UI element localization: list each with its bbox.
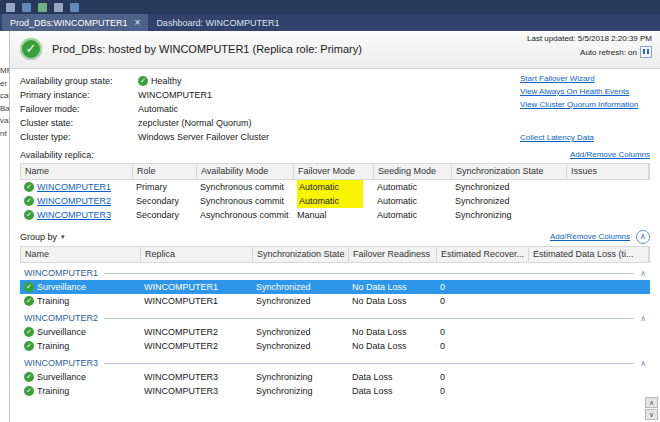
column-header[interactable]: Synchronization State	[253, 247, 349, 262]
summary-label: Failover mode:	[20, 102, 138, 116]
column-header[interactable]: Seeding Mode	[374, 164, 452, 179]
failover-readiness: Data Loss	[348, 370, 436, 384]
synchronization-state: Synchronizing	[451, 208, 566, 222]
close-icon[interactable]: ×	[135, 18, 141, 27]
synchronization-state: Synchronized	[451, 194, 566, 208]
replica-name: WINCOMPUTER1	[140, 294, 252, 308]
database-row[interactable]: ✓ Training WINCOMPUTER3 Synchronizing Da…	[20, 384, 650, 398]
summary-label: Primary instance:	[20, 88, 138, 102]
replica-name: WINCOMPUTER3	[140, 370, 252, 384]
tree-text-fragment: Base	[0, 103, 9, 116]
column-header[interactable]: Failover Readiness	[349, 247, 437, 262]
failover-readiness: No Data Loss	[348, 325, 436, 339]
replica-row[interactable]: ✓ WINCOMPUTER1 Primary Synchronous commi…	[20, 180, 650, 194]
tab-prod-dbs-wincomputer1[interactable]: Prod_DBs:WINCOMPUTER1 ×	[2, 14, 148, 31]
collapse-group-icon[interactable]: ∧	[640, 314, 646, 323]
auto-refresh-text: Auto refresh: on	[580, 48, 637, 57]
summary-label: Cluster type:	[20, 130, 138, 144]
scroll-down-button[interactable]: ∨	[645, 409, 658, 420]
tree-text-fragment: er O	[0, 78, 9, 91]
summary-value: Healthy	[151, 74, 182, 88]
estimated-recovery: 0	[436, 384, 528, 398]
replica-row[interactable]: ✓ WINCOMPUTER2 Secondary Synchronous com…	[20, 194, 650, 208]
action-links: Start Failover Wizard View Always On Hea…	[520, 72, 652, 144]
group-header-wincomputer1[interactable]: WINCOMPUTER1 ∧	[20, 266, 650, 280]
check-icon: ✓	[24, 341, 34, 351]
object-explorer-clipped-strip: MPL er O cati Base vail nt P	[0, 31, 10, 422]
group-by-bar: Group by ▾ Add/Remove Columns ∧	[10, 229, 660, 244]
toolbar-undo-icon[interactable]	[70, 3, 79, 12]
summary-value: Automatic	[138, 102, 178, 116]
toolbar-new-file-icon[interactable]	[6, 3, 15, 12]
database-name: Surveillance	[37, 280, 86, 294]
tab-dashboard-wincomputer1[interactable]: Dashboard: WINCOMPUTER1	[148, 14, 287, 31]
add-remove-columns-link[interactable]: Add/Remove Columns	[550, 232, 630, 241]
check-icon: ✓	[24, 386, 34, 396]
column-header[interactable]: Name	[21, 247, 141, 262]
column-header[interactable]: Replica	[141, 247, 253, 262]
failover-mode-highlighted: Automatic	[297, 180, 363, 194]
group-header-wincomputer2[interactable]: WINCOMPUTER2 ∧	[20, 311, 650, 325]
replica-role: Primary	[132, 180, 196, 194]
database-grid-header: Name Replica Synchronization State Failo…	[20, 246, 650, 263]
scroll-up-button[interactable]: ∧	[645, 397, 658, 408]
column-header[interactable]: Failover Mode	[294, 164, 374, 179]
failover-mode-highlighted: Automatic	[297, 194, 363, 208]
column-header[interactable]: Role	[133, 164, 197, 179]
replica-name-link[interactable]: WINCOMPUTER1	[37, 180, 111, 194]
summary-value: WINCOMPUTER1	[138, 88, 212, 102]
database-name: Training	[37, 294, 69, 308]
collect-latency-data-link[interactable]: Collect Latency Data	[520, 133, 594, 142]
collapse-group-icon[interactable]: ∧	[640, 269, 646, 278]
availability-mode: Synchronous commit	[196, 194, 293, 208]
tab-label: Prod_DBs:WINCOMPUTER1	[10, 18, 128, 28]
dashboard-panel: ✓ Prod_DBs: hosted by WINCOMPUTER1 (Repl…	[10, 31, 660, 422]
replica-role: Secondary	[132, 194, 196, 208]
database-row[interactable]: ✓ Training WINCOMPUTER1 Synchronized No …	[20, 294, 650, 308]
database-row-selected[interactable]: ✓ Surveillance WINCOMPUTER1 Synchronized…	[20, 280, 650, 294]
column-header[interactable]: Estimated Recover...	[437, 247, 529, 262]
start-failover-wizard-link[interactable]: Start Failover Wizard	[520, 74, 595, 83]
pause-auto-refresh-button[interactable]	[640, 46, 652, 58]
last-updated-text: Last updated: 5/5/2018 2:20:39 PM	[527, 34, 652, 43]
synchronization-state: Synchronized	[252, 339, 348, 353]
seeding-mode: Automatic	[373, 208, 451, 222]
column-header[interactable]: Synchronization State	[452, 164, 567, 179]
check-icon: ✓	[24, 327, 34, 337]
add-remove-columns-link[interactable]: Add/Remove Columns	[570, 150, 650, 159]
synchronization-state: Synchronizing	[252, 384, 348, 398]
database-name: Surveillance	[37, 370, 86, 384]
check-icon: ✓	[24, 210, 34, 220]
group-by-dropdown[interactable]: Group by ▾	[20, 232, 65, 242]
database-row[interactable]: ✓ Surveillance WINCOMPUTER2 Synchronized…	[20, 325, 650, 339]
column-header[interactable]: Availability Mode	[197, 164, 294, 179]
synchronization-state: Synchronized	[451, 180, 566, 194]
failover-readiness: No Data Loss	[348, 280, 436, 294]
database-row[interactable]: ✓ Training WINCOMPUTER2 Synchronized No …	[20, 339, 650, 353]
toolbar-new-query-icon[interactable]	[38, 3, 47, 12]
column-header[interactable]: Estimated Data Loss (ti...	[529, 247, 649, 262]
replica-row[interactable]: ✓ WINCOMPUTER3 Secondary Asynchronous co…	[20, 208, 650, 222]
tree-text-fragment: cati	[0, 90, 9, 103]
collapse-all-button[interactable]: ∧	[636, 230, 650, 244]
page-title: Prod_DBs: hosted by WINCOMPUTER1 (Replic…	[52, 43, 362, 55]
database-row[interactable]: ✓ Surveillance WINCOMPUTER3 Synchronizin…	[20, 370, 650, 384]
column-header[interactable]: Issues	[567, 164, 649, 179]
synchronization-state: Synchronized	[252, 294, 348, 308]
summary-label: Availability group state:	[20, 74, 138, 88]
toolbar-open-icon[interactable]	[22, 3, 31, 12]
column-header[interactable]: Name	[21, 164, 133, 179]
replica-grid-header: Name Role Availability Mode Failover Mod…	[20, 163, 650, 180]
check-icon: ✓	[24, 296, 34, 306]
collapse-group-icon[interactable]: ∧	[640, 359, 646, 368]
toolbar-save-icon[interactable]	[54, 3, 63, 12]
synchronization-state: Synchronized	[252, 325, 348, 339]
estimated-recovery: 0	[436, 339, 528, 353]
replica-name-link[interactable]: WINCOMPUTER3	[37, 208, 111, 222]
replica-name: WINCOMPUTER2	[140, 325, 252, 339]
view-cluster-quorum-link[interactable]: View Cluster Quorum Information	[520, 100, 638, 109]
replica-name-link[interactable]: WINCOMPUTER2	[37, 194, 111, 208]
group-header-wincomputer3[interactable]: WINCOMPUTER3 ∧	[20, 356, 650, 370]
failover-readiness: Data Loss	[348, 384, 436, 398]
view-health-events-link[interactable]: View Always On Health Events	[520, 87, 629, 96]
